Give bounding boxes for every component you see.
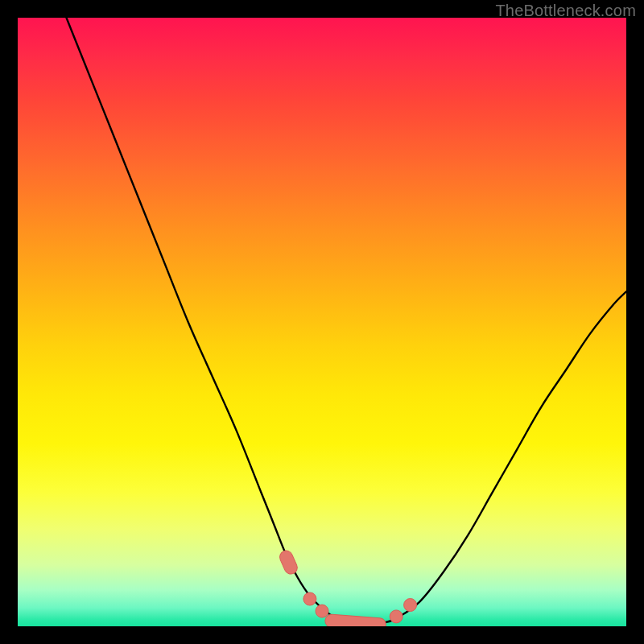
curve-marker-dot [390, 610, 402, 623]
curve-marker-dot [316, 605, 328, 617]
chart-frame: TheBottleneck.com [0, 0, 644, 644]
curve-markers [278, 549, 417, 626]
curve-marker-pill [278, 549, 299, 576]
watermark-text: TheBottleneck.com [495, 2, 636, 20]
plot-area [18, 18, 626, 626]
bottleneck-curve [67, 18, 627, 623]
curve-layer [18, 18, 626, 626]
curve-marker-dot [404, 599, 417, 612]
curve-marker-dot [303, 592, 316, 605]
curve-marker-pill [324, 614, 386, 626]
